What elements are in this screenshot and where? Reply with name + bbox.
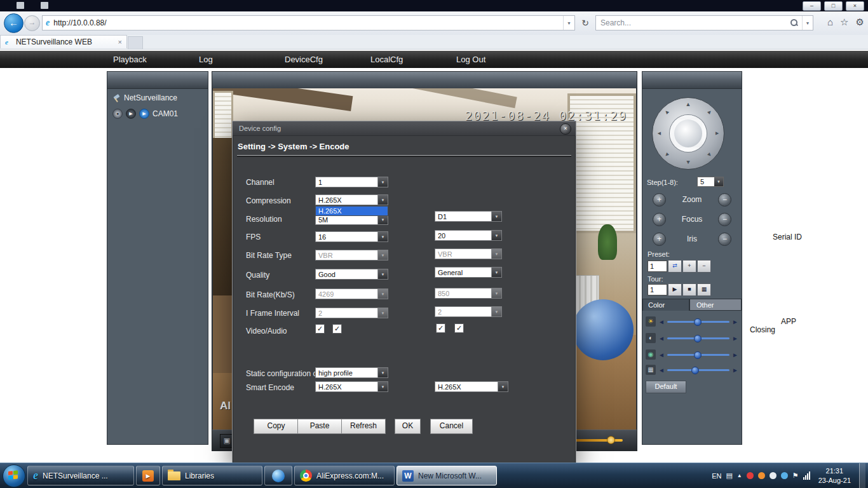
taskbar-app-chrome[interactable]: AliExpress.com:M... xyxy=(294,466,395,485)
preset-delete-button[interactable]: − xyxy=(697,260,711,273)
audio-checkbox-2[interactable]: ✓ xyxy=(454,323,464,333)
start-button[interactable] xyxy=(3,464,25,487)
video-checkbox[interactable]: ✓ xyxy=(315,324,325,334)
default-button[interactable]: Default xyxy=(646,381,686,393)
ptz-center-hub[interactable] xyxy=(670,115,707,152)
preset-add-button[interactable]: + xyxy=(682,260,696,273)
keyboard-icon[interactable]: ▤ xyxy=(726,471,732,480)
chevron-down-icon[interactable]: ▼ xyxy=(377,269,388,279)
fps-select[interactable]: 16 ▼ xyxy=(315,231,388,242)
tour-setup-button[interactable]: ▦ xyxy=(697,283,711,296)
language-indicator[interactable]: EN xyxy=(712,472,721,480)
static-config-select[interactable]: high profile ▼ xyxy=(315,367,388,378)
fps-select-2[interactable]: 20 ▼ xyxy=(435,230,502,241)
dropdown-option-selected[interactable]: H.265X xyxy=(316,207,388,215)
slider-increase-icon[interactable]: ► xyxy=(732,318,738,325)
brightness-slider[interactable] xyxy=(667,321,729,323)
app-tray-icon[interactable] xyxy=(758,472,765,479)
focus-out-button[interactable]: − xyxy=(718,213,731,226)
tour-start-button[interactable]: ▶ xyxy=(668,283,682,296)
refresh-button[interactable]: Refresh xyxy=(341,419,386,434)
menu-item-localcfg[interactable]: LocalCfg xyxy=(370,51,456,68)
taskbar-clock[interactable]: 21:31 23-Aug-21 xyxy=(815,466,855,485)
main-stream-play-icon[interactable]: ▶ xyxy=(126,109,136,119)
dialog-titlebar[interactable]: Device config xyxy=(233,121,576,136)
smart-encode-select-2[interactable]: H.265X ▼ xyxy=(435,381,508,392)
preset-input[interactable]: 1 xyxy=(648,261,667,272)
focus-in-button[interactable]: + xyxy=(653,213,666,226)
menu-item-log[interactable]: Log xyxy=(199,51,285,68)
chevron-down-icon[interactable]: ▼ xyxy=(563,16,574,30)
chevron-down-icon[interactable]: ▼ xyxy=(714,177,723,186)
channel-select[interactable]: 1 ▼ xyxy=(315,177,388,187)
slider-increase-icon[interactable]: ► xyxy=(732,367,738,374)
ptz-down-icon[interactable]: ▲ xyxy=(685,159,691,166)
antivirus-tray-icon[interactable] xyxy=(747,472,754,479)
chevron-down-icon[interactable]: ▼ xyxy=(498,382,508,391)
ptz-right-icon[interactable]: ▲ xyxy=(714,130,721,137)
search-input[interactable]: Search... ▼ xyxy=(595,15,813,30)
ptz-up-right-icon[interactable]: ▲ xyxy=(705,107,714,116)
taskbar-app-ie[interactable]: e NETSurveillance ... xyxy=(27,466,134,485)
settings-gear-icon[interactable]: ⚙ xyxy=(856,17,864,28)
record-icon[interactable]: ● xyxy=(112,109,123,119)
chevron-down-icon[interactable]: ▼ xyxy=(491,268,501,277)
video-checkbox-2[interactable]: ✓ xyxy=(436,323,445,333)
copy-button[interactable]: Copy xyxy=(254,419,299,434)
tray-expand-icon[interactable]: ▲ xyxy=(737,473,742,478)
chevron-down-icon[interactable]: ▼ xyxy=(377,177,388,187)
hue-slider[interactable] xyxy=(667,369,729,371)
cancel-button[interactable]: Cancel xyxy=(430,419,473,434)
slider-thumb[interactable] xyxy=(694,318,702,326)
taskbar-app-word[interactable]: W New Microsoft W... xyxy=(397,466,497,485)
tree-root-item[interactable]: NetSurveillance xyxy=(112,93,177,102)
ok-button[interactable]: OK xyxy=(395,419,421,434)
menu-item-devicecfg[interactable]: DeviceCfg xyxy=(285,51,370,68)
chevron-down-icon[interactable]: ▼ xyxy=(377,215,388,224)
app-tray-icon[interactable] xyxy=(770,472,776,479)
contrast-slider[interactable] xyxy=(667,337,729,339)
step-select[interactable]: 5 ▼ xyxy=(697,177,724,187)
url-text[interactable]: http://10.0.0.88/ xyxy=(53,18,106,27)
home-icon[interactable]: ⌂ xyxy=(827,17,833,28)
show-desktop-button[interactable] xyxy=(859,463,865,488)
tab-other[interactable]: Other xyxy=(689,299,742,311)
ptz-down-left-icon[interactable]: ▲ xyxy=(662,151,671,159)
ptz-up-icon[interactable]: ▲ xyxy=(685,101,691,107)
ptz-direction-pad[interactable]: ▲ ▲ ▲ ▲ ▲ ▲ ▲ ▲ xyxy=(652,97,724,170)
chevron-down-icon[interactable]: ▼ xyxy=(491,212,501,221)
chevron-down-icon[interactable]: ▼ xyxy=(377,195,388,205)
quality-select-2[interactable]: General ▼ xyxy=(435,267,502,278)
chevron-down-icon[interactable]: ▼ xyxy=(802,16,813,30)
slider-thumb[interactable] xyxy=(694,335,702,342)
address-bar[interactable]: e http://10.0.0.88/ ▼ xyxy=(42,15,575,30)
preset-goto-button[interactable]: ⇄ xyxy=(668,260,682,273)
chevron-down-icon[interactable]: ▼ xyxy=(377,382,388,391)
action-center-flag-icon[interactable]: ⚑ xyxy=(792,471,799,480)
new-tab-button[interactable] xyxy=(128,36,143,50)
tab-color[interactable]: Color xyxy=(642,299,689,311)
taskbar-app-browser[interactable] xyxy=(264,466,292,485)
iris-open-button[interactable]: + xyxy=(653,233,666,246)
menu-item-logout[interactable]: Log Out xyxy=(456,51,542,68)
saturation-slider[interactable] xyxy=(667,354,729,356)
tab-close-icon[interactable]: × xyxy=(118,38,122,46)
resolution-select-2[interactable]: D1 ▼ xyxy=(435,211,502,222)
slider-decrease-icon[interactable]: ◄ xyxy=(658,351,665,358)
audio-checkbox[interactable]: ✓ xyxy=(332,324,342,334)
menu-item-playback[interactable]: Playback xyxy=(113,51,199,68)
taskbar-app-libraries[interactable]: Libraries xyxy=(162,466,262,485)
slider-thumb[interactable] xyxy=(691,367,699,374)
favorites-icon[interactable]: ☆ xyxy=(840,17,848,28)
chevron-down-icon[interactable]: ▼ xyxy=(377,232,388,241)
iris-close-button[interactable]: − xyxy=(718,233,731,246)
tour-stop-button[interactable]: ■ xyxy=(682,283,696,296)
maximize-button[interactable]: □ xyxy=(824,1,843,11)
ptz-up-left-icon[interactable]: ▲ xyxy=(662,107,671,116)
quality-select[interactable]: Good ▼ xyxy=(315,269,388,280)
chevron-down-icon[interactable]: ▼ xyxy=(491,231,501,240)
minimize-button[interactable]: – xyxy=(803,1,821,11)
ptz-left-icon[interactable]: ▲ xyxy=(656,130,662,137)
zoom-out-button[interactable]: − xyxy=(718,193,731,207)
tree-camera-item[interactable]: ● ▶ ▶ CAM01 xyxy=(112,109,178,119)
